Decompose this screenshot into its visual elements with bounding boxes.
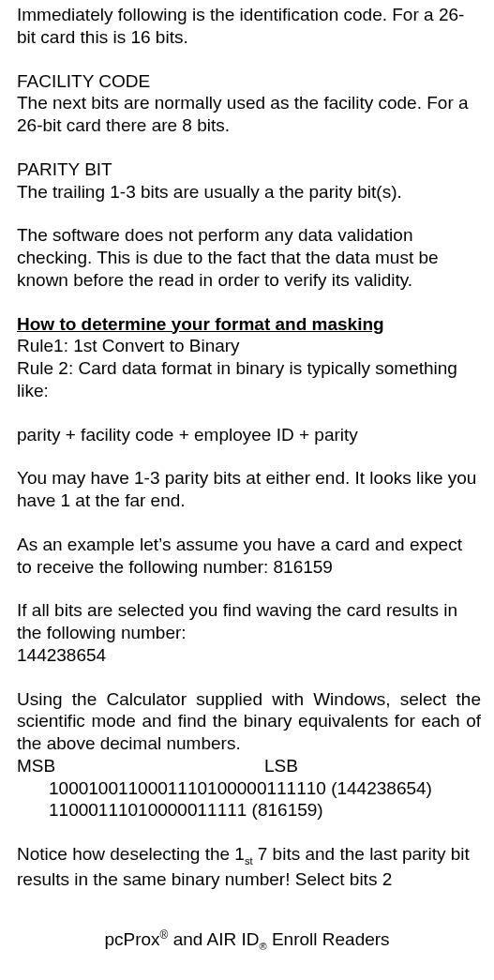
spacer (17, 402, 481, 424)
all-bits-text: If all bits are selected you find waving… (17, 599, 481, 644)
calculator-text: Using the Calculator supplied with Windo… (17, 688, 481, 755)
rule-2: Rule 2: Card data format in binary is ty… (17, 357, 481, 402)
validation-note: The software does not perform any data v… (17, 224, 481, 291)
intro-paragraph: Immediately following is the identificat… (17, 4, 481, 49)
page-footer: pcProx® and AIR ID® Enroll Readers (0, 928, 494, 954)
facility-code-text: The next bits are normally used as the f… (17, 92, 481, 137)
example-intro: As an example let’s assume you have a ca… (17, 534, 481, 579)
spacer (17, 137, 481, 158)
binary-line-2: 11000111010000011111 (816159) (17, 799, 481, 822)
footer-brand-b: and AIR ID (168, 929, 259, 949)
facility-code-heading: FACILITY CODE (17, 70, 481, 93)
all-bits-number: 144238654 (17, 644, 481, 667)
msb-lsb-row: MSB LSB (17, 755, 481, 777)
closing-a: Notice how deselecting the 1 (17, 844, 245, 864)
spacer (17, 822, 481, 843)
page-container: Immediately following is the identificat… (0, 0, 494, 980)
how-to-heading: How to determine your format and masking (17, 313, 481, 336)
lsb-label: LSB (264, 755, 298, 777)
closing-paragraph: Notice how deselecting the 1st 7 bits an… (17, 843, 481, 890)
parity-bit-heading: PARITY BIT (17, 158, 481, 181)
ordinal-st: st (245, 855, 253, 867)
spacer (17, 49, 481, 70)
spacer (17, 292, 481, 313)
registered-mark-2: ® (260, 941, 267, 952)
spacer (17, 445, 481, 467)
spacer (17, 578, 481, 599)
binary-line-1: 1000100110001110100000111110 (144238654) (17, 777, 481, 800)
spacer (17, 203, 481, 224)
parity-bit-text: The trailing 1-3 bits are usually a the … (17, 181, 481, 204)
parity-note: You may have 1-3 parity bits at either e… (17, 467, 481, 512)
footer-brand-a: pcProx (104, 929, 159, 949)
format-formula: parity + facility code + employee ID + p… (17, 424, 481, 446)
rule-1: Rule1: 1st Convert to Binary (17, 335, 481, 357)
spacer (17, 512, 481, 534)
msb-label: MSB (17, 755, 264, 777)
body-content: Immediately following is the identificat… (17, 4, 481, 890)
spacer (17, 667, 481, 688)
footer-brand-c: Enroll Readers (267, 929, 390, 949)
